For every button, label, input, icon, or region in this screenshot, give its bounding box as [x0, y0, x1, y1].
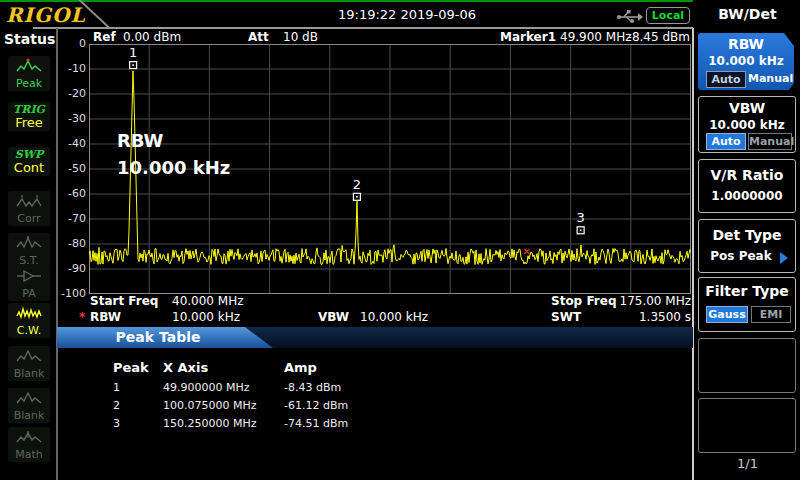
status-item-st: S.T.: [4, 233, 54, 268]
peak-table-row: 2 100.075000 MHz -61.12 dBm: [57, 399, 693, 415]
svg-text:1: 1: [129, 45, 137, 60]
empty-softkey-2: [698, 398, 796, 453]
status-item-label: Blank: [8, 410, 50, 422]
y-tick: -90: [58, 263, 86, 275]
st-waveform-icon: [16, 235, 42, 251]
peak-table-header-row: Peak X Axis Amp: [57, 360, 693, 376]
submenu-arrow-icon: [780, 252, 788, 264]
swt-label: SWT: [551, 311, 581, 324]
vbw-manual-toggle[interactable]: Manual: [748, 133, 792, 150]
vbw-footer-value: 10.000 kHz: [360, 311, 428, 324]
usb-icon: [616, 9, 644, 24]
rigol-logo: RIGOL: [6, 3, 86, 27]
rbw-softkey[interactable]: RBW 10.000 kHz Auto Manual: [698, 33, 794, 90]
y-tick: 0: [58, 38, 86, 50]
col-amp: Amp: [284, 360, 317, 375]
status-item-math: Math: [4, 427, 54, 462]
local-mode-badge: Local: [646, 7, 690, 24]
vr-ratio-value: 1.0000000: [699, 189, 795, 203]
status-item-blank-1: Blank: [4, 346, 54, 381]
peak-table-row: 3 150.250000 MHz -74.51 dBm: [57, 417, 693, 433]
rbw-softkey-label: RBW: [698, 36, 794, 52]
status-item-label: Cont: [8, 161, 50, 175]
rbw-manual-toggle[interactable]: Manual: [748, 71, 790, 86]
rbw-footer-value: 10.000 kHz: [172, 311, 240, 324]
peak-freq: 150.250000 MHz: [163, 417, 257, 430]
rbw-popup-overlay: RBW 10.000 kHz: [117, 127, 230, 181]
top-green-line: [0, 0, 693, 2]
filter-gauss-toggle[interactable]: Gauss: [706, 306, 748, 323]
peak-num: 1: [113, 381, 120, 394]
filter-emi-toggle[interactable]: EMI: [751, 306, 791, 323]
status-panel-title: Status: [4, 31, 55, 47]
status-item-blank-2: Blank: [4, 388, 54, 423]
clock-display: 19:19:22 2019-09-06: [327, 7, 487, 22]
det-type-label: Det Type: [699, 227, 795, 243]
status-item-trigger: TRIG Free: [4, 102, 54, 131]
y-tick: -30: [58, 113, 86, 125]
y-tick: -60: [58, 188, 86, 200]
peak-freq: 100.075000 MHz: [163, 399, 257, 412]
status-item-pa: PA: [4, 266, 54, 301]
rbw-uncoupled-flag: *: [79, 311, 85, 324]
stop-freq-value: 175.00 MHz: [606, 295, 691, 308]
vr-ratio-label: V/R Ratio: [699, 167, 795, 183]
ref-level-value: 0.00 dBm: [123, 31, 181, 44]
det-type-softkey[interactable]: Det Type Pos Peak: [698, 219, 796, 273]
vbw-auto-toggle[interactable]: Auto: [706, 133, 746, 150]
y-tick: -80: [58, 238, 86, 250]
cw-waveform-icon: [16, 305, 42, 321]
rbw-footer-label: RBW: [90, 311, 121, 324]
peak-num: 3: [113, 417, 120, 430]
vbw-softkey-label: VBW: [699, 100, 795, 116]
col-peak: Peak: [113, 360, 149, 375]
svg-text:2: 2: [353, 177, 361, 192]
menu-title: BW/Det: [695, 6, 800, 22]
vr-ratio-softkey[interactable]: V/R Ratio 1.0000000: [698, 159, 796, 213]
vbw-softkey-value: 10.000 kHz: [699, 118, 795, 132]
vbw-softkey[interactable]: VBW 10.000 kHz Auto Manual: [698, 96, 796, 153]
det-type-value: Pos Peak: [693, 249, 789, 263]
rbw-softkey-value: 10.000 kHz: [698, 54, 794, 68]
header-divider-line: [33, 27, 693, 29]
blank-waveform-icon: [16, 390, 42, 406]
rbw-popup-line1: RBW: [117, 127, 230, 154]
peak-waveform-icon: [16, 58, 42, 74]
y-tick: -40: [58, 138, 86, 150]
preamp-icon: [16, 268, 42, 284]
peak-table-row: 1 49.900000 MHz -8.43 dBm: [57, 381, 693, 397]
vbw-footer-label: VBW: [318, 311, 349, 324]
corr-waveform-icon: [16, 193, 42, 209]
peak-amp: -8.43 dBm: [284, 381, 341, 394]
attenuation-label: Att: [248, 31, 269, 44]
ref-level-label: Ref: [93, 31, 116, 44]
status-item-label: C.W.: [8, 325, 50, 337]
y-tick: -20: [58, 88, 86, 100]
y-tick: -70: [58, 213, 86, 225]
empty-softkey-1: [698, 338, 796, 393]
spectrum-analyzer-screen: RIGOL 19:19:22 2019-09-06 Local Status P…: [0, 0, 800, 480]
swt-value: 1.3500 s: [606, 311, 691, 324]
rbw-popup-line2: 10.000 kHz: [117, 154, 230, 181]
status-item-label: Blank: [8, 368, 50, 380]
col-xaxis: X Axis: [163, 360, 208, 375]
filter-type-softkey[interactable]: Filter Type Gauss EMI: [698, 277, 796, 332]
status-item-label: Math: [8, 449, 50, 461]
svg-text:3: 3: [576, 210, 584, 225]
peak-freq: 49.900000 MHz: [163, 381, 250, 394]
y-tick: -10: [58, 63, 86, 75]
peak-num: 2: [113, 399, 120, 412]
rbw-auto-toggle[interactable]: Auto: [706, 71, 746, 88]
peak-table-header-bar: Peak Table: [57, 327, 693, 348]
marker-readout-label: Marker1: [500, 31, 556, 44]
peak-amp: -61.12 dBm: [284, 399, 348, 412]
status-item-label: Free: [8, 116, 50, 130]
start-freq-value: 40.000 MHz: [172, 295, 243, 308]
status-item-cw: C.W.: [4, 303, 54, 338]
y-tick: -50: [58, 163, 86, 175]
status-item-sweep: SWP Cont: [4, 147, 54, 176]
status-item-corr: Corr: [4, 191, 54, 226]
marker-readout-amp: -8.45 dBm: [618, 31, 690, 44]
peak-table-title: Peak Table: [63, 327, 253, 348]
math-waveform-icon: [16, 429, 42, 445]
